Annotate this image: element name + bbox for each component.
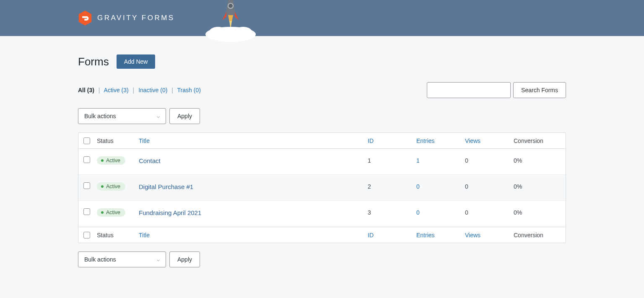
- table-row: ActiveDigital Purchase #12000%: [78, 175, 566, 201]
- form-title-link[interactable]: Contact: [139, 157, 161, 164]
- table-row: ActiveContact1100%: [78, 149, 566, 175]
- apply-button-bottom[interactable]: Apply: [169, 251, 200, 267]
- filter-all[interactable]: All (3): [78, 87, 94, 93]
- entries-link[interactable]: 1: [416, 157, 420, 164]
- entries-link[interactable]: 0: [416, 183, 420, 190]
- conversion-value: 0%: [514, 201, 561, 216]
- table-header: Status Title ID Entries Views Conversion: [78, 133, 566, 149]
- col-id-header[interactable]: ID: [368, 137, 416, 144]
- filter-trash[interactable]: Trash (0): [177, 87, 201, 93]
- views-value: 0: [465, 201, 514, 216]
- views-value: 0: [465, 149, 514, 164]
- brand-logo: GRAVITY FORMS: [78, 10, 175, 26]
- rocket-illustration: [201, 0, 260, 38]
- status-badge: Active: [97, 208, 125, 217]
- status-dot-icon: [101, 185, 104, 188]
- status-filters: All (3) | Active (3) | Inactive (0) | Tr…: [78, 87, 201, 93]
- entries-link[interactable]: 0: [416, 209, 420, 216]
- bulk-actions-select-bottom[interactable]: Bulk actions ⌵: [78, 251, 166, 267]
- form-id: 2: [368, 175, 416, 190]
- row-checkbox[interactable]: [83, 208, 90, 215]
- views-value: 0: [465, 175, 514, 190]
- status-text: Active: [106, 184, 120, 189]
- row-checkbox[interactable]: [83, 156, 90, 163]
- col-entries-header[interactable]: Entries: [416, 137, 465, 144]
- table-row: ActiveFundraising April 20213000%: [78, 201, 566, 227]
- svg-point-4: [228, 3, 234, 9]
- status-text: Active: [106, 210, 120, 215]
- col-conversion-header: Conversion: [514, 137, 561, 144]
- select-all-checkbox-bottom[interactable]: [83, 232, 90, 238]
- status-dot-icon: [101, 159, 104, 162]
- table-footer: Status Title ID Entries Views Conversion: [78, 227, 566, 243]
- status-dot-icon: [101, 211, 104, 214]
- forms-table: Status Title ID Entries Views Conversion…: [78, 132, 566, 243]
- add-new-button[interactable]: Add New: [117, 54, 156, 69]
- status-badge: Active: [97, 182, 125, 191]
- form-id: 1: [368, 149, 416, 164]
- gravity-forms-icon: [78, 10, 92, 26]
- form-title-link[interactable]: Digital Purchase #1: [139, 183, 193, 190]
- chevron-down-icon: ⌵: [157, 257, 160, 262]
- chevron-down-icon: ⌵: [157, 113, 160, 119]
- row-checkbox[interactable]: [83, 182, 90, 189]
- bulk-actions-select-top[interactable]: Bulk actions ⌵: [78, 108, 166, 124]
- header-banner: GRAVITY FORMS: [0, 0, 644, 36]
- filter-active[interactable]: Active (3): [104, 87, 129, 93]
- col-views-header[interactable]: Views: [465, 137, 514, 144]
- svg-point-5: [229, 4, 233, 8]
- form-id: 3: [368, 201, 416, 216]
- col-title-header[interactable]: Title: [139, 137, 368, 144]
- brand-text: GRAVITY FORMS: [97, 14, 175, 22]
- select-all-checkbox-top[interactable]: [83, 137, 90, 144]
- form-title-link[interactable]: Fundraising April 2021: [139, 209, 201, 216]
- bulk-actions-label: Bulk actions: [84, 113, 116, 119]
- search-forms-button[interactable]: Search Forms: [513, 82, 566, 98]
- apply-button-top[interactable]: Apply: [169, 108, 200, 124]
- conversion-value: 0%: [514, 175, 561, 190]
- search-input[interactable]: [427, 82, 511, 98]
- filter-inactive[interactable]: Inactive (0): [138, 87, 167, 93]
- status-badge: Active: [97, 156, 125, 165]
- conversion-value: 0%: [514, 149, 561, 164]
- page-title: Forms: [78, 55, 109, 68]
- col-status-header: Status: [97, 137, 139, 144]
- status-text: Active: [106, 158, 120, 163]
